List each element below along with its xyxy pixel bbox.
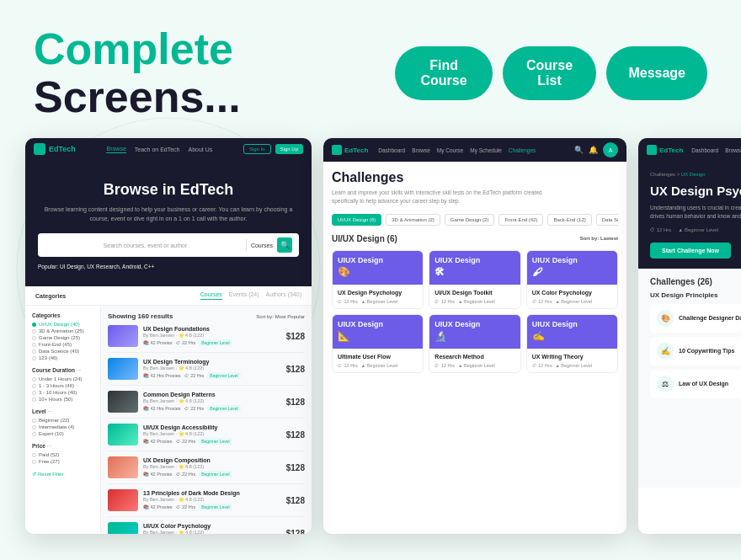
s2-cat-frontend[interactable]: Front-End (42) [498,214,543,226]
s1-cat-3d[interactable]: 3D & Animation (25) [32,328,93,333]
find-course-button[interactable]: Find Course [395,46,492,100]
s1-level-expert[interactable]: Expert (10) [32,431,93,436]
s3-nav-dashboard[interactable]: Dashboard [691,147,718,153]
s1-price-title: Price ··· [32,443,93,449]
s1-main-content: Categories UI/UX Design (40) 3D & Animat… [25,306,312,534]
list-item[interactable]: UIUX Design 🎨 UX Design Psychology ⏱ 12 … [332,250,424,309]
s2-avatar[interactable]: A [603,142,618,157]
s1-course-info-1: UX Design Foundations By Ben Jansen · ⭐ … [143,326,281,346]
s1-dur-3h[interactable]: 1 - 3 Hours (46) [32,383,93,388]
s1-price-free[interactable]: Free (27) [32,459,93,464]
s3-nav-browse[interactable]: Browse [725,147,741,153]
s3-time: ⏱ 12 Hrs [650,227,671,232]
s1-level-intermediate[interactable]: Intermediate (4) [32,424,93,429]
title-highlight: Complete [34,24,233,73]
s2-cat-data[interactable]: Data Science (40) [596,214,618,226]
s1-tab-courses[interactable]: Courses [200,291,222,300]
list-item[interactable]: ✍ 10 Copywriting Tips 15 Minutes 55% + [650,337,741,365]
s1-cat-frontend[interactable]: Front-End (45) [32,342,93,347]
s1-popular: Popular: UI Design, UX Research, Android… [38,264,299,269]
page-header: Complete Screens... Find Course Course L… [0,0,741,138]
message-button[interactable]: Message [606,46,707,100]
s2-sort[interactable]: Sort by: Lastest [580,236,618,241]
table-row[interactable]: Common Design Patterns By Ben Jansen · ⭐… [108,391,305,419]
list-item[interactable]: UIUX Design 🛠 UI/UX Design Toolkit ⏱ 12 … [429,250,520,309]
s1-dur-dot-1 [32,377,36,381]
s1-tab-authors[interactable]: Authors (340) [266,291,301,300]
s1-duration-title: Course Duration ··· [32,367,93,373]
s1-cat-datascience[interactable]: Data Science (40) [32,349,93,354]
s1-nav-teach[interactable]: Teach on EdTech [135,147,180,152]
s2-nav-dashboard[interactable]: Dashboard [378,147,405,153]
list-item[interactable]: 🎨 Challenge Designer Dark Mode 15 Minute… [650,304,741,333]
s2-cat-uxui[interactable]: UI/UX Design (6) [332,214,381,226]
s1-search-button[interactable]: 🔍 [277,237,292,253]
s3-start-challenge-button[interactable]: Start Challenge Now [650,243,731,259]
s3-level: ▲ Beginner Level [678,227,718,232]
s3-logo: EdTech [647,145,683,155]
s1-dur-dot-2 [32,384,36,388]
s1-nav-browse[interactable]: Browse [106,146,125,153]
table-row[interactable]: UX Design Foundations By Ben Jansen · ⭐ … [108,325,305,353]
course-list-button[interactable]: Course List [503,46,597,100]
s3-course-info: UX Design Psychology Understanding users… [650,184,741,259]
s3-challenges-title: Challenges (26) [650,277,741,286]
s1-dur-1h[interactable]: Under 1 Hours (24) [32,376,93,381]
table-row[interactable]: UI/UX Color Psychology By Ben Jansen · ⭐… [108,522,305,534]
s1-course-thumb-7 [108,522,138,534]
s3-course-header: UX Design Psychology Understanding users… [650,184,741,259]
table-row[interactable]: UI/UX Design Accessibility By Ben Jansen… [108,424,305,451]
s1-level-beginner[interactable]: Beginner (22) [32,418,93,423]
s3-challenge-icon-1: 🎨 [657,310,674,327]
s2-card-icon-2: 🛠 [434,266,514,278]
s1-price-dot-2 [32,460,36,464]
table-row[interactable]: UX Design Composition By Ben Jansen · ⭐ … [108,456,305,484]
s1-cat-title: Categories [32,312,93,318]
s2-card-header-2: UIUX Design 🛠 [429,251,520,285]
s1-reset-filter[interactable]: ↺ Reset Filter [32,471,93,477]
s1-dot-active [32,323,36,327]
s2-nav-browse[interactable]: Browse [412,147,430,153]
s1-categories-label: Categories [35,293,66,299]
s1-price-paid[interactable]: Paid (52) [32,452,93,457]
s1-level-dot-3 [32,432,36,436]
s1-cat-game[interactable]: Game Design (25) [32,335,93,340]
s1-signup-button[interactable]: Sign Up [275,144,303,154]
s2-logo-text: EdTech [344,147,368,154]
s1-nav-about[interactable]: About Us [189,147,213,152]
list-item[interactable]: UIUX Design ✍ UX Writing Theory ⏱ 12 Hrs… [526,314,618,373]
s1-tab-events[interactable]: Events (24) [229,291,259,300]
s2-nav-challenges[interactable]: Challenges [509,147,536,153]
s1-course-info-2: UX Design Terminology By Ben Jansen · ⭐ … [143,359,281,379]
s2-cat-backend[interactable]: Back-End (12) [547,214,591,226]
s1-sort[interactable]: Sort by: Most Popular [256,314,305,319]
s1-search-placeholder[interactable]: Search courses, event or author [45,243,246,248]
s1-cat-misc[interactable]: 123 (46) [32,355,93,360]
s1-level-section: Level ··· Beginner (22) Intermediate (4)… [32,408,93,436]
screen-ux-psychology: EdTech Dashboard Browse My Course My Sch… [638,138,741,534]
list-item[interactable]: UIUX Design 📐 Ultimate User Flow ⏱ 12 Hr… [332,314,424,373]
s2-bell-icon[interactable]: 🔔 [589,146,598,154]
s1-signin-button[interactable]: Sign In [243,144,271,154]
s1-dur-10h[interactable]: 3 - 10 Hours (40) [32,390,93,395]
s1-course-info-4: UI/UX Design Accessibility By Ben Jansen… [143,424,281,445]
s1-navbar: EdTech Browse Teach on EdTech About Us S… [25,138,312,160]
s2-cat-3d[interactable]: 3D & Animation (2) [386,214,440,226]
table-row[interactable]: 13 Principles of Dark Mode Design By Ben… [108,489,305,517]
s1-cat-uxui[interactable]: UI/UX Design (40) [32,322,93,327]
s1-course-thumb-3 [108,391,138,413]
list-item[interactable]: UIUX Design 🔬 Research Method ⏱ 12 Hrs ▲… [429,314,520,373]
table-row[interactable]: UX Design Terminology By Ben Jansen · ⭐ … [108,358,305,386]
s2-nav-mycourse[interactable]: My Course [437,147,463,153]
s2-card-icon-6: ✍ [532,330,612,342]
s2-nav-schedule[interactable]: My Schedule [470,147,502,153]
s2-cat-game[interactable]: Game Design (2) [445,214,495,226]
s1-search-category[interactable]: Courses [251,243,273,248]
s2-cards-grid: UIUX Design 🎨 UX Design Psychology ⏱ 12 … [332,250,618,373]
s1-course-thumb-6 [108,489,138,511]
s2-search-icon[interactable]: 🔍 [574,146,584,154]
s2-section-title: UI/UX Design (6) Sort by: Lastest [332,234,618,243]
list-item[interactable]: UIUX Design 🖌 UX Color Psychology ⏱ 12 H… [526,250,618,309]
s1-dur-10plus[interactable]: 10+ Hours (50) [32,397,93,402]
list-item[interactable]: ⚖ Law of UX Design 15 Minutes 0% + [650,370,741,398]
